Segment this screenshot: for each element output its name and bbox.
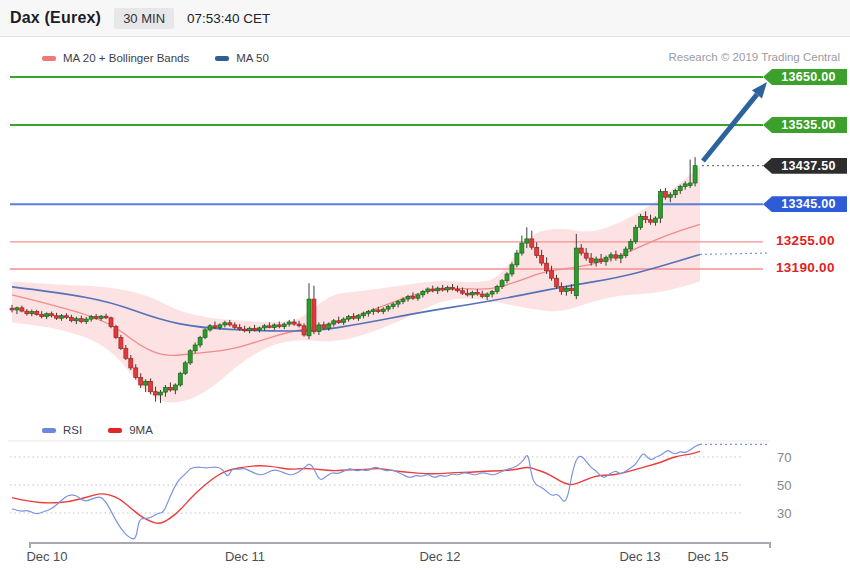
rsi-grid-label-70: 70 — [777, 450, 791, 465]
instrument-title: Dax (Eurex) — [10, 9, 101, 27]
x-axis-label-Dec-13: Dec 13 — [619, 549, 660, 564]
rsi-9ma-swatch — [108, 428, 122, 433]
x-axis-label-Dec-10: Dec 10 — [26, 549, 67, 564]
x-axis-label-Dec-11: Dec 11 — [225, 549, 265, 564]
x-axis-label-Dec-12: Dec 12 — [419, 549, 460, 564]
x-axis-line — [30, 543, 770, 548]
ma50-label: MA 50 — [236, 52, 269, 64]
rsi-9ma-line — [12, 451, 700, 523]
rsi-line — [12, 444, 700, 539]
rsi-legend: RSI 9MA — [42, 424, 153, 436]
timestamp: 07:53:40 CET — [187, 11, 270, 26]
trend-arrow-shaft — [703, 94, 757, 161]
main-legend: MA 20 + Bollinger Bands MA 50 — [42, 52, 269, 64]
ma50-dotted-extension — [700, 253, 768, 254]
research-watermark: Research © 2019 Trading Central — [669, 51, 840, 63]
rsi-grid-label-50: 50 — [777, 478, 791, 493]
chart-header: Dax (Eurex) 30 MIN 07:53:40 CET — [0, 0, 850, 37]
rsi-grid-label-30: 30 — [777, 506, 791, 521]
rsi-9ma-label: 9MA — [129, 424, 153, 436]
price-rsi-chart-canvas: 705030Dec 10Dec 11Dec 12Dec 13Dec 15 — [0, 0, 850, 576]
bollinger-band-area — [12, 167, 700, 403]
ma20-bollinger-label: MA 20 + Bollinger Bands — [63, 52, 189, 64]
ma50-swatch — [215, 56, 229, 61]
ma20-bollinger-swatch — [42, 56, 56, 61]
rsi-label: RSI — [63, 424, 82, 436]
x-axis-label-Dec-15: Dec 15 — [687, 549, 728, 564]
timeframe-badge: 30 MIN — [114, 8, 174, 29]
rsi-swatch — [42, 428, 56, 433]
